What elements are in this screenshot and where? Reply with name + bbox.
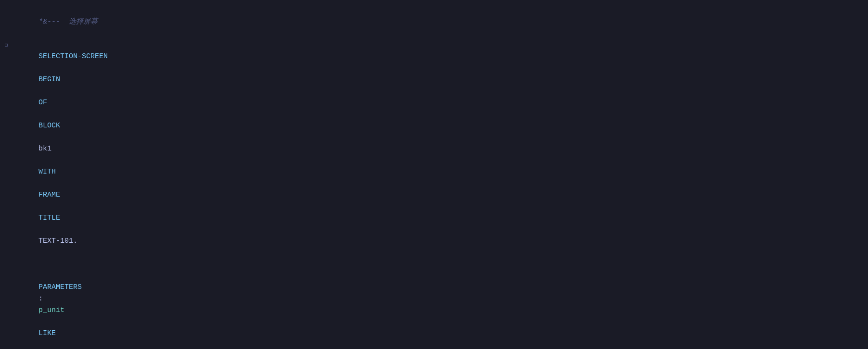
code-line-2: ⊟ SELECTION-SCREEN BEGIN OF BLOCK bk1 WI…	[5, 39, 858, 259]
comment-text: *&--- 选择屏幕	[38, 18, 98, 26]
line-content-1: *&--- 选择屏幕	[13, 5, 858, 39]
fold-icon-2[interactable]: ⊟	[5, 41, 13, 50]
line-content-3: PARAMETERS : p_unit LIKE spfli-distid,	[13, 259, 858, 349]
code-editor: CSDN @Wriprin *&--- 选择屏幕 ⊟ SELECTION-SCR…	[0, 0, 868, 349]
line-content-2: SELECTION-SCREEN BEGIN OF BLOCK bk1 WITH…	[13, 39, 858, 259]
code-line-1: *&--- 选择屏幕	[5, 5, 858, 39]
code-line-3: PARAMETERS : p_unit LIKE spfli-distid,	[5, 259, 858, 349]
kw-selection-screen: SELECTION-SCREEN	[38, 52, 108, 61]
